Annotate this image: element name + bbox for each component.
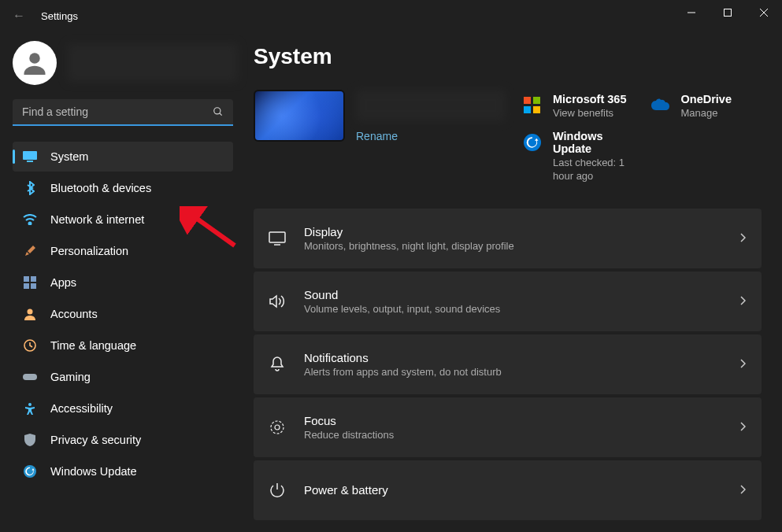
nav-item-accessibility[interactable]: Accessibility <box>13 393 233 423</box>
nav-label: Privacy & security <box>50 434 141 446</box>
card-windows-update[interactable]: Windows Update Last checked: 1 hour ago <box>521 127 634 187</box>
card-title: Windows Update <box>553 130 634 155</box>
device-name-redacted <box>356 90 506 121</box>
svg-rect-8 <box>27 161 33 162</box>
item-title: Sound <box>304 288 739 301</box>
card-onedrive[interactable]: OneDrive Manage <box>650 90 762 124</box>
chevron-right-icon <box>739 231 746 246</box>
svg-point-9 <box>29 223 32 225</box>
nav-item-network-internet[interactable]: Network & internet <box>13 205 233 235</box>
nav-label: Personalization <box>50 245 128 257</box>
nav-label: Bluetooth & devices <box>50 182 151 194</box>
nav-item-accounts[interactable]: Accounts <box>13 299 233 329</box>
svg-point-4 <box>29 53 40 64</box>
svg-point-5 <box>214 108 221 114</box>
display-icon <box>268 231 287 246</box>
back-button[interactable]: ← <box>13 9 25 23</box>
svg-rect-7 <box>23 151 37 160</box>
svg-rect-11 <box>31 276 36 282</box>
card-sub: Manage <box>681 107 762 120</box>
svg-rect-16 <box>23 374 37 380</box>
nav-item-gaming[interactable]: Gaming <box>13 362 233 392</box>
apps-icon <box>22 275 38 290</box>
search-field[interactable] <box>13 99 233 126</box>
close-button[interactable] <box>746 0 782 25</box>
power-icon <box>268 482 287 498</box>
device-image <box>254 90 345 142</box>
maximize-button[interactable] <box>710 0 746 25</box>
page-title: System <box>254 44 762 69</box>
rename-link[interactable]: Rename <box>356 130 398 142</box>
svg-rect-1 <box>725 9 732 17</box>
bluetooth-icon <box>22 180 38 196</box>
info-cards: Microsoft 365 View benefits OneDrive Man… <box>521 90 762 187</box>
item-sub: Reduce distractions <box>304 429 739 441</box>
sidebar: SystemBluetooth & devicesNetwork & inter… <box>0 31 244 532</box>
svg-point-17 <box>28 403 32 406</box>
svg-rect-13 <box>31 283 36 289</box>
nav-item-windows-update[interactable]: Windows Update <box>13 456 233 486</box>
card-title: Microsoft 365 <box>553 93 634 105</box>
main-content: System Rename Microsoft 365 View benefit… <box>244 31 782 532</box>
settings-item-power-battery[interactable]: Power & battery <box>254 460 762 520</box>
search-icon <box>213 106 224 120</box>
nav-item-personalization[interactable]: Personalization <box>13 236 233 266</box>
device-column: Rename <box>254 90 506 187</box>
shield-icon <box>22 432 38 448</box>
svg-point-23 <box>275 425 280 430</box>
chevron-right-icon <box>739 483 746 497</box>
search-input[interactable] <box>13 99 233 126</box>
display-icon <box>22 149 38 164</box>
bell-icon <box>268 357 287 372</box>
nav-label: Gaming <box>50 371 91 383</box>
svg-rect-10 <box>24 276 29 282</box>
update-icon <box>22 464 38 479</box>
user-block[interactable] <box>13 41 238 85</box>
item-sub: Monitors, brightness, night light, displ… <box>304 240 739 252</box>
nav-item-privacy-security[interactable]: Privacy & security <box>13 425 233 455</box>
minimize-button[interactable] <box>673 0 710 25</box>
nav-label: Accessibility <box>50 402 113 415</box>
svg-point-14 <box>28 309 33 315</box>
nav-item-time-language[interactable]: Time & language <box>13 331 233 360</box>
nav-item-system[interactable]: System <box>13 142 233 172</box>
accessibility-icon <box>22 401 38 416</box>
item-title: Display <box>304 225 739 238</box>
nav-item-apps[interactable]: Apps <box>13 268 233 297</box>
nav-label: Apps <box>50 276 76 289</box>
settings-item-display[interactable]: DisplayMonitors, brightness, night light… <box>254 209 762 268</box>
chevron-right-icon <box>739 294 746 308</box>
clock-icon <box>22 338 38 353</box>
user-info-redacted <box>68 44 238 82</box>
item-sub: Volume levels, output, input, sound devi… <box>304 303 739 315</box>
nav-label: System <box>50 150 88 163</box>
focus-icon <box>268 419 287 435</box>
hero: Rename Microsoft 365 View benefits <box>254 90 762 187</box>
card-ms365[interactable]: Microsoft 365 View benefits <box>521 90 634 124</box>
svg-point-19 <box>524 134 541 151</box>
nav-label: Network & internet <box>50 213 144 226</box>
svg-line-6 <box>220 113 222 116</box>
gamepad-icon <box>22 369 38 385</box>
sound-icon <box>268 294 287 308</box>
card-title: OneDrive <box>681 93 762 105</box>
svg-rect-12 <box>24 283 29 289</box>
nav-item-bluetooth-devices[interactable]: Bluetooth & devices <box>13 173 233 203</box>
settings-item-sound[interactable]: SoundVolume levels, output, input, sound… <box>254 272 762 331</box>
nav-label: Accounts <box>50 308 98 320</box>
settings-item-focus[interactable]: FocusReduce distractions <box>254 397 762 457</box>
onedrive-icon <box>650 94 672 116</box>
card-sub: View benefits <box>553 107 634 120</box>
brush-icon <box>22 243 38 259</box>
chevron-right-icon <box>739 420 746 434</box>
nav-label: Windows Update <box>50 465 137 478</box>
item-title: Focus <box>304 414 739 427</box>
settings-item-notifications[interactable]: NotificationsAlerts from apps and system… <box>254 334 762 394</box>
ms365-icon <box>521 94 543 116</box>
settings-list: DisplayMonitors, brightness, night light… <box>254 209 762 520</box>
item-sub: Alerts from apps and system, do not dist… <box>304 366 739 378</box>
update-icon <box>521 131 543 153</box>
svg-rect-20 <box>269 232 285 242</box>
chevron-right-icon <box>739 357 746 371</box>
card-sub: Last checked: 1 hour ago <box>553 157 634 183</box>
